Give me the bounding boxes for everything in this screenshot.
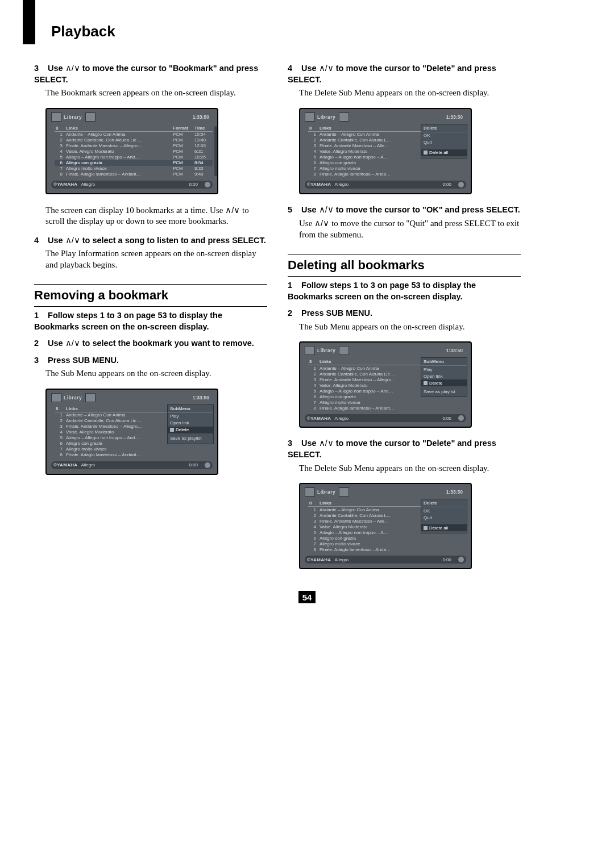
step-number: 4 <box>34 235 45 247</box>
remove-step3-body: The Sub Menu appears on the on-screen di… <box>45 368 267 379</box>
status-time: 0:00 <box>189 462 198 468</box>
screen-topbar: Library 1:33:50 <box>300 109 471 123</box>
top-time: 1:33:50 <box>193 395 213 400</box>
up-down-arrows-icon: ∧/∨ <box>65 64 80 73</box>
note-icon <box>305 487 315 496</box>
step-number: 2 <box>34 338 45 349</box>
submenu-item: Delete <box>168 427 213 433</box>
submenu-title: Delete <box>421 124 467 132</box>
table-row: 6Allegro con grazia <box>308 535 466 541</box>
stop-icon <box>424 151 428 155</box>
stop-icon <box>424 526 428 530</box>
submenu-item: Delete <box>421 379 467 386</box>
submenu-item: Quit <box>421 514 467 521</box>
left-step3-body: The Bookmark screen appears on the on-sc… <box>45 87 267 99</box>
list-with-submenu: 8 Links 1Andante – Allegro Con Anima2And… <box>55 406 213 458</box>
remove-step2: 2 Use ∧/∨ to select the bookmark you wan… <box>34 338 267 349</box>
status-time: 0:00 <box>442 182 451 187</box>
stop-icon <box>424 381 428 385</box>
submenu-item: Delete all <box>421 149 467 156</box>
submenu-item: Open link <box>168 420 213 427</box>
table-row: 2Andante Cantabile, Con Alcuna Lic …PCM1… <box>55 137 213 143</box>
submenu-item: Save as playlist <box>168 435 213 442</box>
submenu-item: Delete all <box>421 524 467 531</box>
section-removing: Removing a bookmark <box>34 284 267 307</box>
status-bar: ©YAMAHA Allegro 0:00 <box>305 414 466 422</box>
note-icon <box>51 393 61 402</box>
progress-knob <box>205 462 210 468</box>
step-number: 1 <box>34 310 45 322</box>
status-time: 0:00 <box>442 416 451 421</box>
progress-knob <box>458 182 464 187</box>
table-row: 7Allegro molto vivace <box>308 541 466 546</box>
progress-knob <box>458 415 464 421</box>
up-down-arrows-icon: ∧/∨ <box>319 439 334 448</box>
list-with-submenu: 8 Links 1Andante – Allegro Con Anima2And… <box>308 125 466 177</box>
del-step2: 2 Press SUB MENU. <box>288 308 521 319</box>
submenu-title: SubMenu <box>421 358 467 366</box>
brand-label: ©YAMAHA <box>53 462 77 468</box>
library-label: Library <box>317 348 335 353</box>
status-time: 0:00 <box>189 182 198 187</box>
table-row: 4Valse. Allegro ModeratoPCM6:31 <box>55 149 213 155</box>
brand-label: ©YAMAHA <box>307 416 331 421</box>
status-bar: ©YAMAHA Allegro 0:00 <box>51 461 213 469</box>
table-row: 3Finale. Andante Maestoso – Allegro…PCM1… <box>55 143 213 149</box>
table-row: 8Finale. Adagio lamentoso – Andant…PCM9:… <box>55 172 213 177</box>
screen-topbar: Library 1:33:50 <box>47 109 217 123</box>
list-header: 8 Links Format Time <box>55 125 213 132</box>
step-number: 3 <box>34 63 45 74</box>
submenu-item: Quit <box>421 139 467 146</box>
figure-bookmark-screen: Library 1:33:50 8 Links Format Time 1And… <box>45 108 218 194</box>
progress-knob <box>205 182 210 187</box>
up-down-arrows-icon: ∧/∨ <box>319 205 334 214</box>
submenu-item: Open link <box>421 373 467 379</box>
submenu-item: Play <box>168 413 213 420</box>
status-track: Allegro <box>334 182 349 187</box>
top-time: 1:33:50 <box>446 348 466 353</box>
page-number: 54 <box>298 591 316 603</box>
submenu-item: OK <box>421 507 467 514</box>
table-row: 7Allegro molto vivace <box>55 446 213 452</box>
brand-label: ©YAMAHA <box>307 182 331 187</box>
list-with-submenu: 8 Links 1Andante – Allegro Con Anima2And… <box>308 358 466 411</box>
remove-step1: 1 Follow steps 1 to 3 on page 53 to disp… <box>34 310 267 332</box>
up-down-arrows-icon: ∧/∨ <box>319 64 334 73</box>
del-step2-body: The Sub Menu appears on the on-screen di… <box>299 322 521 333</box>
manual-page: Playback 3 Use ∧/∨ to move the cursor to… <box>0 0 614 620</box>
left-step3: 3 Use ∧/∨ to move the cursor to "Bookmar… <box>34 63 267 85</box>
tool-icon <box>85 112 96 122</box>
table-row: 8Finale. Adagio lamentoso – Andant… <box>308 405 466 411</box>
list-with-submenu: 8 Links 1Andante – Allegro Con Anima2And… <box>308 500 466 552</box>
section-deleting-all: Deleting all bookmarks <box>288 254 521 277</box>
up-down-arrows-icon: ∧/∨ <box>65 236 80 245</box>
section-tab <box>23 0 35 44</box>
delete-menu: Delete OKQuitDelete all <box>421 499 467 533</box>
right-step4-body: The Delete Sub Menu appears on the on-sc… <box>299 87 521 99</box>
sub-menu: SubMenu PlayOpen linkDeleteSave as playl… <box>167 404 214 444</box>
brand-label: ©YAMAHA <box>53 182 77 187</box>
right-step5: 5 Use ∧/∨ to move the cursor to "OK" and… <box>288 205 521 216</box>
library-label: Library <box>317 489 335 495</box>
screen-topbar: Library 1:33:50 <box>47 390 217 403</box>
status-bar: ©YAMAHA Allegro 0:00 <box>51 181 213 189</box>
library-label: Library <box>64 395 82 400</box>
step-number: 3 <box>34 355 45 366</box>
note-icon <box>305 112 315 122</box>
status-track: Allegro <box>81 462 95 468</box>
two-column-layout: 3 Use ∧/∨ to move the cursor to "Bookmar… <box>34 63 580 579</box>
status-bar: ©YAMAHA Allegro 0:00 <box>305 181 466 189</box>
left-step4-body: The Play Information screen appears on t… <box>45 248 267 270</box>
step-number: 5 <box>288 205 299 216</box>
page-title: Playback <box>51 23 580 40</box>
library-label: Library <box>64 114 82 120</box>
scrollbar <box>214 126 217 176</box>
right-column: 4 Use ∧/∨ to move the cursor to "Delete"… <box>288 63 521 579</box>
tool-icon <box>85 393 96 402</box>
submenu-item: Play <box>421 366 467 373</box>
left-column: 3 Use ∧/∨ to move the cursor to "Bookmar… <box>34 63 267 579</box>
table-row: 1Andante – Allegro Con AnimaPCM15:54 <box>55 131 213 137</box>
table-row: 5Adagio – Allegro non troppo – And…PCM18… <box>55 155 213 160</box>
table-row: 7Allegro molto vivacePCM8:33 <box>55 166 213 172</box>
stop-icon <box>170 428 174 432</box>
